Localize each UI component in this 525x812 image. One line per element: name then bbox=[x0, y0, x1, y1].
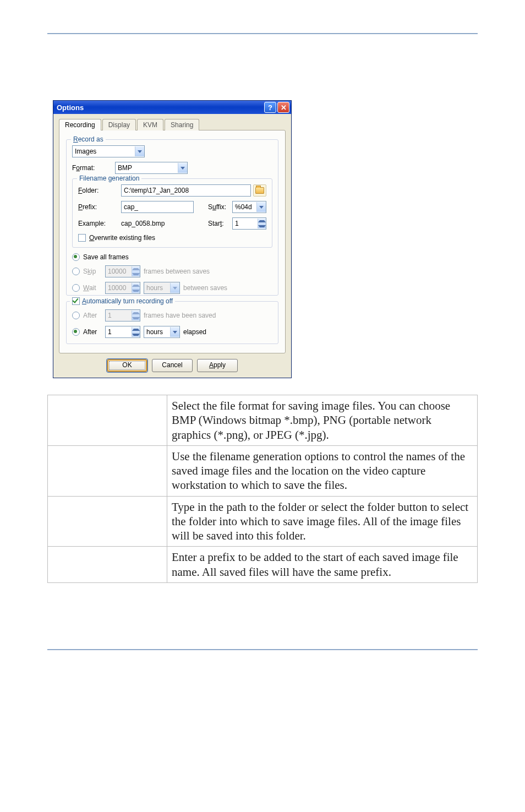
skip-after-text: frames between saves bbox=[144, 268, 210, 275]
spinner-icon bbox=[132, 310, 140, 320]
start-spinner[interactable]: 1 bbox=[232, 217, 266, 230]
chevron-down-icon bbox=[170, 327, 179, 337]
prefix-input[interactable]: cap_ bbox=[121, 201, 194, 213]
suffix-label: Suffix: bbox=[208, 203, 232, 211]
record-as-combo[interactable]: Images bbox=[72, 145, 145, 157]
doc-cell: Use the filename generation options to c… bbox=[167, 445, 478, 496]
skip-radio[interactable] bbox=[72, 268, 80, 275]
spinner-icon bbox=[132, 266, 140, 276]
after-frames-text: frames have been saved bbox=[144, 312, 216, 319]
save-all-radio[interactable] bbox=[72, 253, 80, 261]
table-row: Use the filename generation options to c… bbox=[48, 445, 478, 496]
wait-radio[interactable] bbox=[72, 284, 80, 292]
wait-unit-combo[interactable]: hours bbox=[144, 282, 180, 294]
tab-kvm[interactable]: KVM bbox=[137, 119, 163, 130]
after-time-unit-combo[interactable]: hours bbox=[144, 326, 180, 338]
folder-label: Folder: bbox=[78, 187, 121, 194]
skip-spinner[interactable]: 10000 bbox=[105, 265, 140, 277]
chevron-down-icon bbox=[135, 146, 144, 156]
wait-after-text: between saves bbox=[183, 284, 227, 292]
tab-pane-recording: Record as Images Format: bbox=[59, 130, 286, 353]
options-dialog-figure: Options ? ✕ Recording Display KVM Sharin… bbox=[53, 100, 478, 378]
help-button[interactable]: ? bbox=[264, 102, 276, 113]
wait-spinner[interactable]: 10000 bbox=[105, 282, 140, 294]
chevron-down-icon bbox=[256, 202, 266, 212]
chevron-down-icon bbox=[170, 283, 179, 293]
folder-input[interactable]: C:\temp\17_Jan_2008 bbox=[121, 184, 251, 197]
apply-button[interactable]: Apply bbox=[197, 359, 238, 372]
spinner-icon bbox=[132, 283, 140, 293]
dialog-buttons: OK Cancel Apply bbox=[59, 359, 286, 372]
chevron-down-icon bbox=[178, 163, 187, 173]
doc-cell: Select the file format for saving image … bbox=[167, 395, 478, 446]
format-label: Format: bbox=[72, 164, 115, 172]
table-row: Enter a prefix to be added to the start … bbox=[48, 547, 478, 583]
close-icon: ✕ bbox=[281, 103, 287, 112]
doc-cell: Enter a prefix to be added to the start … bbox=[167, 547, 478, 583]
after-time-spinner[interactable]: 1 bbox=[105, 326, 140, 338]
skip-label: Skip bbox=[83, 268, 105, 275]
prefix-label: Prefix: bbox=[78, 203, 121, 211]
example-label: Example: bbox=[78, 220, 121, 227]
tab-strip: Recording Display KVM Sharing bbox=[59, 119, 286, 130]
filename-generation-title: Filename generation bbox=[77, 175, 141, 182]
after-frames-label: After bbox=[83, 312, 105, 319]
record-as-label: Record as bbox=[71, 135, 106, 143]
doc-key bbox=[48, 547, 167, 583]
spinner-icon bbox=[132, 327, 140, 337]
wait-label: Wait bbox=[83, 284, 105, 292]
spinner-icon bbox=[258, 219, 266, 228]
bottom-rule bbox=[47, 649, 478, 650]
doc-cell: Type in the path to the folder or select… bbox=[167, 496, 478, 547]
after-frames-radio[interactable] bbox=[72, 312, 80, 319]
format-combo[interactable]: BMP bbox=[115, 162, 188, 174]
ok-button[interactable]: OK bbox=[107, 359, 147, 372]
close-button[interactable]: ✕ bbox=[277, 102, 289, 113]
suffix-combo[interactable]: %04d bbox=[232, 201, 266, 213]
doc-table: Select the file format for saving image … bbox=[47, 395, 478, 583]
save-all-label: Save all frames bbox=[83, 253, 129, 261]
doc-key bbox=[48, 445, 167, 496]
overwrite-checkbox[interactable] bbox=[78, 234, 86, 242]
after-time-label: After bbox=[83, 328, 105, 336]
folder-icon bbox=[255, 187, 264, 194]
after-time-radio[interactable] bbox=[72, 328, 80, 336]
doc-key bbox=[48, 496, 167, 547]
window-title: Options bbox=[57, 103, 263, 112]
cancel-button[interactable]: Cancel bbox=[152, 359, 193, 372]
auto-off-label: Automatically turn recording off bbox=[82, 297, 173, 305]
browse-folder-button[interactable] bbox=[253, 184, 266, 197]
after-frames-spinner[interactable]: 1 bbox=[105, 309, 140, 321]
example-value: cap_0058.bmp bbox=[121, 220, 193, 227]
doc-key bbox=[48, 395, 167, 446]
titlebar: Options ? ✕ bbox=[53, 101, 291, 114]
tab-recording[interactable]: Recording bbox=[59, 119, 101, 130]
auto-off-checkbox[interactable] bbox=[72, 297, 80, 305]
start-label: Start: bbox=[208, 220, 232, 227]
top-rule bbox=[47, 33, 478, 34]
overwrite-label: Overwrite existing files bbox=[89, 234, 155, 242]
tab-display[interactable]: Display bbox=[102, 119, 136, 130]
after-time-text: elapsed bbox=[183, 328, 206, 336]
table-row: Select the file format for saving image … bbox=[48, 395, 478, 446]
table-row: Type in the path to the folder or select… bbox=[48, 496, 478, 547]
options-dialog: Options ? ✕ Recording Display KVM Sharin… bbox=[53, 100, 292, 378]
tab-sharing[interactable]: Sharing bbox=[165, 119, 199, 130]
